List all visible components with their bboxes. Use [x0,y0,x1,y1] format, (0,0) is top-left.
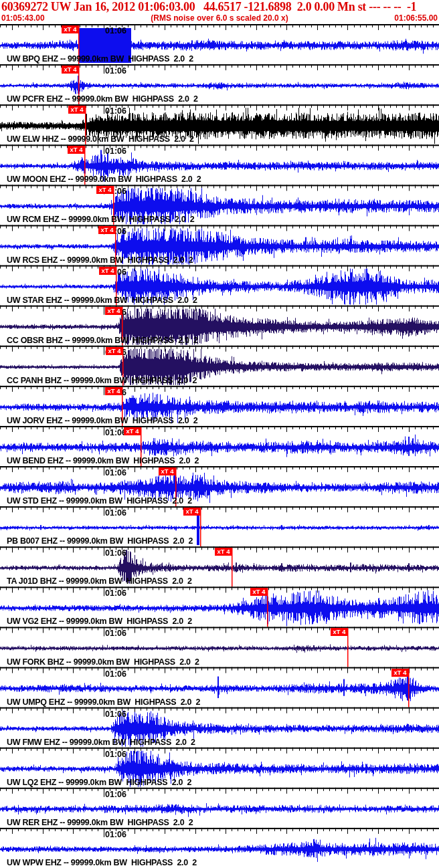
time-tick-label: 01:06 [105,710,126,719]
pick-flag[interactable]: xT 4 [250,588,268,596]
time-tick-label: 01:06 [105,750,126,759]
trace-label: CC OBSR BHZ -- 99999.0km BW HIGHPASS 2.0… [7,336,198,345]
scale-note: (RMS noise over 6.0 s scaled 20.0 x) [45,13,395,23]
time-tick-label: 01:06 [105,469,126,477]
time-tick-label: 01:06 [105,67,126,76]
pick-flag[interactable]: xT 4 [159,467,176,475]
time-tick-label: 01:06 [105,549,126,558]
pick-flag[interactable]: xT 4 [99,267,116,275]
time-tick-label: 01:06 [105,831,126,839]
pick-flag[interactable]: xT 4 [62,25,79,33]
trace-label: UW VG2 EHZ -- 99999.0km BW HIGHPASS 2.0 … [7,617,192,626]
pick-flag[interactable]: xT 4 [331,628,348,636]
trace-label: UW ELW HHZ -- 99999.0km BW HIGHPASS 2.0 … [7,135,194,144]
time-tick-label: 01:06 [105,589,126,598]
trace-label: UW BPQ EHZ -- 99999.0km BW HIGHPASS 2.0 … [7,55,193,64]
pick-flag[interactable]: xT 4 [98,226,116,234]
pick-flag[interactable]: xT 4 [124,427,141,435]
trace-label: PB B007 EHZ -- 99999.0km BW HIGHPASS 2.0… [7,537,193,546]
trace-label: UW STAR EHZ -- 99999.0km BW HIGHPASS 2.0… [7,296,197,305]
trace-label: UW FORK BHZ -- 99999.0km BW HIGHPASS 2.0… [7,658,199,667]
pick-flag[interactable]: xT 4 [106,347,123,355]
event-header: 60369272 UW Jan 16, 2012 01:06:03.00 44.… [0,0,439,23]
trace-label: UW RCM EHZ -- 99999.0km BW HIGHPASS 2.0 … [7,215,194,224]
pick-flag[interactable]: xT 4 [68,106,86,114]
pick-flag[interactable]: xT 4 [183,508,201,516]
time-window-bar: 01:05:43.00 (RMS noise over 6.0 s scaled… [0,13,439,23]
seismic-review-window: { "header": { "event_line": "60369272 UW… [0,0,439,868]
pick-flag[interactable]: xT 4 [215,548,232,556]
time-tick-label: 01:06 [105,27,126,35]
pick-flag[interactable]: xT 4 [105,387,122,395]
trace-label: TA J01D BHZ -- 99999.0km BW HIGHPASS 2.0… [7,577,192,586]
trace-label: UW LQ2 EHZ -- 99999.0km BW HIGHPASS 2.0 … [7,778,191,787]
time-tick-label: 01:06 [105,629,126,638]
time-tick-label: 01:06 [105,509,126,518]
time-tick-label: 01:06 [105,107,126,116]
trace-label: CC PANH BHZ -- 99999.0km BW HIGHPASS 2.0… [7,376,197,385]
trace-label: UW RCS EHZ -- 99999.0km BW HIGHPASS 2.0 … [7,256,193,265]
window-end-time: 01:06:55.00 [394,13,438,23]
time-tick-label: 01:06 [105,790,126,799]
pick-flag[interactable]: xT 4 [105,307,122,315]
trace-label: UW MOON EHZ -- 99999.0km BW HIGHPASS 2.0… [7,175,201,184]
trace-label: UW BEND EHZ -- 99999.0km BW HIGHPASS 2.0… [7,457,199,465]
window-start-time: 01:05:43.00 [1,13,45,23]
trace-label: UW UMPQ EHZ -- 99999.0km BW HIGHPASS 2.0… [7,698,200,707]
time-tick-label: 01:06 [105,147,126,156]
pick-flag[interactable]: xT 4 [391,669,409,677]
trace-label: UW PCFR EHZ -- 99999.0km BW HIGHPASS 2.0… [7,95,198,104]
trace-label: UW FMW EHZ -- 99999.0km BW HIGHPASS 2.0 … [7,738,195,747]
pick-flag[interactable]: xT 4 [62,66,79,74]
trace-label: UW JORV EHZ -- 99999.0km BW HIGHPASS 2.0… [7,417,197,425]
trace-label: UW WPW EHZ -- 99999.0km BW HIGHPASS 2.0 … [7,859,197,867]
event-summary-line: 60369272 UW Jan 16, 2012 01:06:03.00 44.… [0,0,439,13]
pick-flag[interactable]: xT 4 [68,146,85,154]
trace-label: UW STD EHZ -- 99999.0km BW HIGHPASS 2.0 … [7,497,192,506]
pick-flag[interactable]: xT 4 [96,186,114,194]
time-tick-label: 01:06 [105,670,126,679]
trace-label: UW RER EHZ -- 99999.0km BW HIGHPASS 2.0 … [7,819,193,827]
